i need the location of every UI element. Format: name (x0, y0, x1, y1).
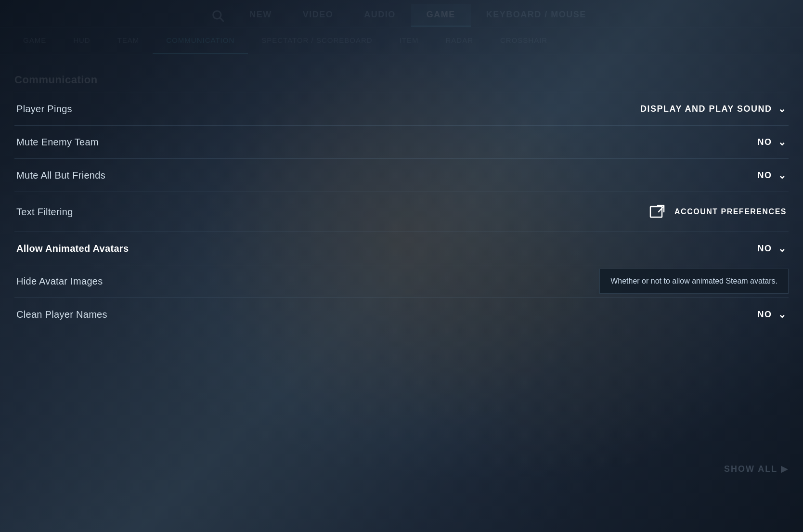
mute-all-but-friends-dropdown[interactable]: NO ⌄ (758, 169, 787, 181)
clean-player-names-label: Clean Player Names (16, 309, 107, 320)
mute-all-but-friends-value: NO (758, 170, 772, 181)
setting-mute-all-but-friends: Mute All But Friends NO ⌄ (14, 159, 789, 192)
hide-avatar-images-label: Hide Avatar Images (16, 276, 103, 287)
animated-avatars-tooltip: Whether or not to allow animated Steam a… (599, 269, 789, 294)
player-pings-chevron: ⌄ (778, 103, 787, 115)
player-pings-dropdown[interactable]: DISPLAY AND PLAY SOUND ⌄ (640, 103, 787, 115)
setting-allow-animated-avatars: Allow Animated Avatars NO ⌄ Whether or n… (14, 232, 789, 265)
allow-animated-avatars-chevron: ⌄ (778, 243, 787, 254)
setting-mute-enemy-team: Mute Enemy Team NO ⌄ (14, 126, 789, 159)
svg-rect-2 (650, 207, 662, 217)
mute-enemy-team-chevron: ⌄ (778, 136, 787, 148)
main-content: Communication Player Pings DISPLAY AND P… (0, 54, 803, 331)
setting-text-filtering: Text Filtering ACCOUNT PREFERENCES (14, 192, 789, 232)
allow-animated-avatars-value: NO (758, 244, 772, 254)
allow-animated-avatars-dropdown[interactable]: NO ⌄ (758, 243, 787, 254)
clean-player-names-value: NO (758, 310, 772, 320)
allow-animated-avatars-label: Allow Animated Avatars (16, 243, 129, 254)
mute-enemy-team-label: Mute Enemy Team (16, 137, 99, 148)
player-pings-label: Player Pings (16, 104, 72, 115)
setting-player-pings: Player Pings DISPLAY AND PLAY SOUND ⌄ (14, 92, 789, 126)
clean-player-names-dropdown[interactable]: NO ⌄ (758, 309, 787, 320)
clean-player-names-chevron: ⌄ (778, 309, 787, 320)
mute-all-but-friends-label: Mute All But Friends (16, 170, 105, 181)
show-all-watermark: SHOW ALL ▶ (724, 464, 789, 474)
account-preferences-label: ACCOUNT PREFERENCES (674, 208, 787, 216)
setting-clean-player-names: Clean Player Names NO ⌄ (14, 298, 789, 331)
mute-enemy-team-dropdown[interactable]: NO ⌄ (758, 136, 787, 148)
player-pings-value: DISPLAY AND PLAY SOUND (640, 104, 772, 114)
mute-all-but-friends-chevron: ⌄ (778, 169, 787, 181)
text-filtering-label: Text Filtering (16, 207, 73, 218)
mute-enemy-team-value: NO (758, 137, 772, 147)
account-preferences-button[interactable]: ACCOUNT PREFERENCES (649, 203, 787, 221)
tooltip-text: Whether or not to allow animated Steam a… (610, 277, 777, 285)
